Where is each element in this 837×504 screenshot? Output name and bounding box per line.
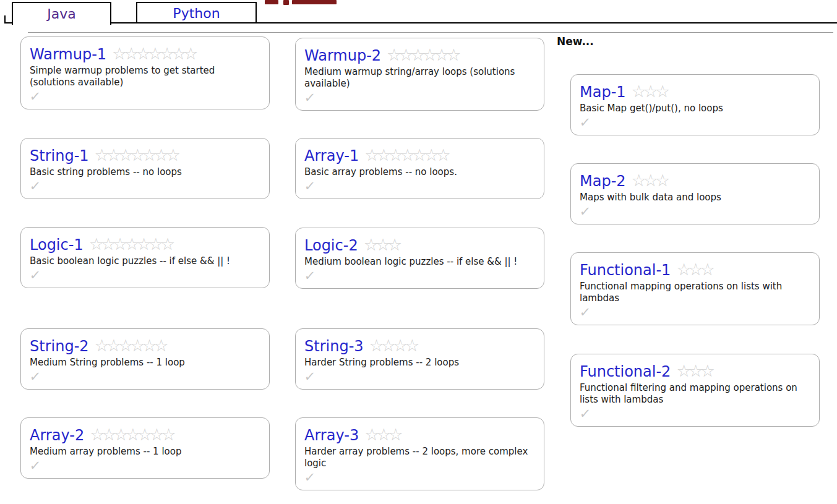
done-check-icon: ✓ (29, 370, 261, 383)
category-description: Harder String problems -- 2 loops (304, 357, 535, 369)
category-link-string-3[interactable]: String-3 (304, 338, 364, 355)
category-description: Medium array problems -- 1 loop (30, 446, 260, 458)
category-link-array-3[interactable]: Array-3 (304, 427, 359, 444)
difficulty-stars: ☆☆☆☆☆☆ (95, 336, 166, 355)
card-functional-2: Functional-2☆☆☆ Functional filtering and… (570, 354, 820, 427)
category-description: Medium boolean logic puzzles -- if else … (304, 256, 535, 268)
done-check-icon: ✓ (579, 306, 811, 319)
category-description: Basic string problems -- no loops (30, 166, 260, 178)
category-description: Basic Map get()/put(), no loops (580, 103, 810, 114)
category-description: Basic array problems -- no loops. (304, 166, 535, 178)
category-description: Simple warmup problems to get started (s… (30, 65, 260, 88)
done-check-icon: ✓ (304, 180, 536, 193)
difficulty-stars: ☆☆☆ (676, 361, 712, 380)
done-check-icon: ✓ (579, 205, 811, 218)
difficulty-stars: ☆☆☆ (364, 425, 400, 444)
difficulty-stars: ☆☆☆☆☆☆☆ (95, 145, 178, 164)
difficulty-stars: ☆☆☆ (632, 82, 667, 101)
category-link-logic-1[interactable]: Logic-1 (30, 236, 84, 254)
difficulty-stars: ☆☆☆☆☆☆☆ (89, 234, 172, 254)
category-description: Functional mapping operations on lists w… (580, 281, 810, 304)
card-functional-1: Functional-1☆☆☆ Functional mapping opera… (570, 252, 820, 325)
difficulty-stars: ☆☆☆☆☆☆☆ (112, 44, 195, 63)
category-link-array-1[interactable]: Array-1 (304, 147, 359, 164)
category-link-warmup-2[interactable]: Warmup-2 (304, 47, 381, 64)
done-check-icon: ✓ (29, 459, 261, 472)
category-description: Maps with bulk data and loops (580, 192, 810, 203)
done-check-icon: ✓ (304, 92, 536, 105)
done-check-icon: ✓ (29, 180, 261, 193)
category-link-string-1[interactable]: String-1 (30, 147, 89, 164)
card-array-2: Array-2☆☆☆☆☆☆☆ Medium array problems -- … (20, 417, 270, 479)
category-link-logic-2[interactable]: Logic-2 (304, 237, 358, 254)
difficulty-stars: ☆☆☆ (632, 171, 667, 190)
cropped-topnav-text-fragment (292, 0, 337, 4)
difficulty-stars: ☆☆☆☆☆☆ (387, 45, 458, 64)
category-link-string-2[interactable]: String-2 (30, 338, 89, 355)
difficulty-stars: ☆☆☆☆ (369, 336, 417, 355)
category-link-map-2[interactable]: Map-2 (580, 173, 626, 190)
category-link-map-1[interactable]: Map-1 (580, 83, 626, 101)
category-link-functional-2[interactable]: Functional-2 (580, 363, 671, 380)
category-link-functional-1[interactable]: Functional-1 (580, 262, 671, 279)
category-description: Functional filtering and mapping operati… (580, 382, 810, 406)
tab-python-label: Python (173, 6, 220, 21)
difficulty-stars: ☆☆☆ (364, 235, 400, 254)
tab-bar-baseline (4, 22, 837, 23)
done-check-icon: ✓ (304, 471, 536, 484)
done-check-icon: ✓ (579, 116, 811, 129)
tab-java[interactable]: Java (12, 2, 111, 25)
card-map-2: Map-2☆☆☆ Maps with bulk data and loops ✓ (570, 163, 820, 224)
category-description: Basic boolean logic puzzles -- if else &… (30, 255, 260, 267)
tab-python[interactable]: Python (136, 2, 257, 23)
card-array-3: Array-3☆☆☆ Harder array problems -- 2 lo… (295, 417, 544, 490)
category-description: Harder array problems -- 2 loops, more c… (304, 446, 535, 469)
category-description: Medium String problems -- 1 loop (30, 357, 260, 369)
cropped-topnav-text-fragment (265, 0, 278, 4)
tab-java-label: Java (47, 6, 75, 22)
card-map-1: Map-1☆☆☆ Basic Map get()/put(), no loops… (570, 74, 820, 135)
done-check-icon: ✓ (304, 270, 536, 283)
card-string-3: String-3☆☆☆☆ Harder String problems -- 2… (295, 328, 544, 390)
category-description: Medium warmup string/array loops (soluti… (304, 66, 535, 90)
done-check-icon: ✓ (579, 408, 811, 421)
new-section-header: New... (557, 35, 594, 48)
done-check-icon: ✓ (29, 269, 261, 282)
difficulty-stars: ☆☆☆☆☆☆☆ (364, 145, 447, 164)
category-link-warmup-1[interactable]: Warmup-1 (30, 46, 106, 63)
card-logic-2: Logic-2☆☆☆ Medium boolean logic puzzles … (295, 228, 544, 289)
done-check-icon: ✓ (304, 370, 536, 383)
card-string-1: String-1☆☆☆☆☆☆☆ Basic string problems --… (20, 138, 270, 199)
content-divider-line (28, 32, 833, 33)
card-warmup-2: Warmup-2☆☆☆☆☆☆ Medium warmup string/arra… (295, 38, 544, 111)
card-logic-1: Logic-1☆☆☆☆☆☆☆ Basic boolean logic puzzl… (20, 227, 270, 288)
done-check-icon: ✓ (29, 90, 261, 103)
card-string-2: String-2☆☆☆☆☆☆ Medium String problems --… (20, 328, 270, 390)
category-link-array-2[interactable]: Array-2 (30, 427, 84, 444)
difficulty-stars: ☆☆☆☆☆☆☆ (90, 425, 173, 444)
card-array-1: Array-1☆☆☆☆☆☆☆ Basic array problems -- n… (295, 138, 544, 199)
card-warmup-1: Warmup-1☆☆☆☆☆☆☆ Simple warmup problems t… (20, 36, 270, 109)
difficulty-stars: ☆☆☆ (676, 260, 712, 279)
cropped-topnav-text-fragment (283, 0, 289, 5)
